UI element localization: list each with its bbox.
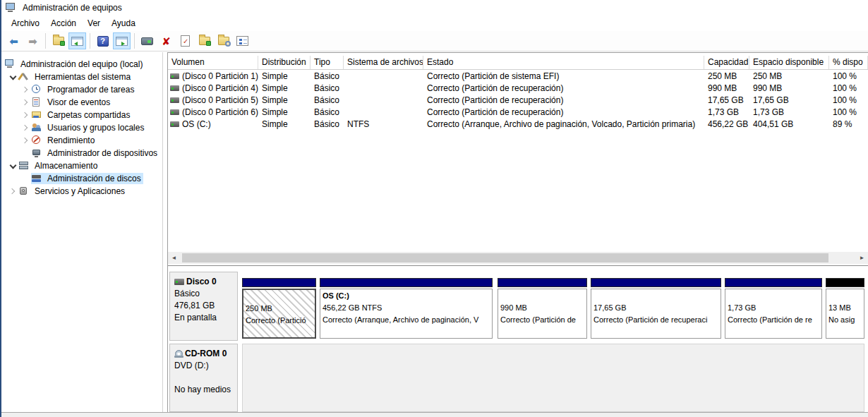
sidebar-item-label: Carpetas compartidas <box>45 109 132 121</box>
sidebar-item-performance[interactable]: Rendimiento <box>1 134 162 147</box>
volume-type: Básico <box>311 107 344 117</box>
scroll-right-arrow[interactable]: ► <box>856 252 868 264</box>
column-header-volumen[interactable]: Volumen <box>168 56 258 69</box>
volume-name: (Disco 0 Partición 5) <box>182 95 258 105</box>
menu-ayuda[interactable]: Ayuda <box>106 16 141 30</box>
menu-accion[interactable]: Acción <box>45 16 82 30</box>
chevron-right-icon[interactable] <box>20 122 31 133</box>
disk-size: 476,81 GB <box>174 300 234 312</box>
partition-color-bar <box>242 278 316 287</box>
chevron-right-icon[interactable] <box>7 186 18 197</box>
partition-os-c[interactable]: OS (C:) 456,22 GB NTFS Correcto (Arranqu… <box>320 278 493 340</box>
chevron-right-icon[interactable] <box>20 84 31 95</box>
partition-recovery-990mb[interactable]: 990 MB Correcto (Partición de <box>498 278 587 340</box>
table-row[interactable]: (Disco 0 Partición 1) Simple Básico Corr… <box>168 70 868 82</box>
table-row[interactable]: (Disco 0 Partición 4) Simple Básico Corr… <box>168 82 868 94</box>
volume-free-space: 17,65 GB <box>749 95 829 105</box>
partition-status: Correcto (Partició <box>246 315 313 327</box>
back-button[interactable]: ⬅ <box>5 32 23 49</box>
window-bottom-strip <box>1 412 868 417</box>
back-arrow-icon: ⬅ <box>9 36 18 47</box>
volume-icon <box>170 85 179 91</box>
up-one-level-button[interactable] <box>49 32 67 49</box>
column-header-espacio-disponible[interactable]: Espacio disponible <box>749 56 829 69</box>
sidebar-item-storage[interactable]: Almacenamiento <box>1 159 162 172</box>
chevron-right-icon[interactable] <box>20 109 31 121</box>
sidebar-item-disk-management[interactable]: Administración de discos <box>1 172 162 185</box>
disk-status: En pantalla <box>174 312 234 324</box>
table-row[interactable]: (Disco 0 Partición 6) Simple Básico Corr… <box>168 106 868 118</box>
volume-layout: Simple <box>258 71 311 81</box>
window-accent-border <box>0 0 1 417</box>
sidebar-item-device-manager[interactable]: Administrador de dispositivos <box>1 147 162 159</box>
sidebar-item-services-applications[interactable]: Servicios y Aplicaciones <box>1 185 162 198</box>
menu-archivo[interactable]: Archivo <box>6 16 45 30</box>
help-button[interactable]: ? <box>94 32 111 49</box>
partition-efi-250mb[interactable]: 250 MB Correcto (Partició <box>242 278 316 340</box>
volume-free-pct: 89 % <box>829 119 868 129</box>
sidebar-item-task-scheduler[interactable]: Programador de tareas <box>1 83 162 96</box>
partition-color-bar <box>826 278 864 287</box>
partition-size: 13 MB <box>828 302 862 314</box>
volume-layout: Simple <box>258 107 311 117</box>
table-row[interactable]: OS (C:) Simple Básico NTFS Correcto (Arr… <box>168 118 868 130</box>
partition-size: 1,73 GB <box>728 302 819 314</box>
menu-ver[interactable]: Ver <box>82 16 106 30</box>
volume-free-space: 1,73 GB <box>749 107 829 117</box>
verify-button[interactable] <box>176 32 194 49</box>
partition-title: OS (C:) <box>323 290 490 302</box>
sidebar-item-computer-management-root[interactable]: Administración del equipo (local) <box>1 58 162 71</box>
performance-icon <box>31 135 42 145</box>
delete-button[interactable]: ✘ <box>157 32 175 49</box>
partition-recovery-17gb[interactable]: 17,65 GB Correcto (Partición de recupera… <box>591 278 721 340</box>
horizontal-scrollbar[interactable]: ◄ ► <box>168 252 868 264</box>
sidebar-item-event-viewer[interactable]: Visor de eventos <box>1 96 162 109</box>
sidebar-item-shared-folders[interactable]: Carpetas compartidas <box>1 109 162 121</box>
toolbar-separator <box>134 33 135 49</box>
show-action-pane-button[interactable] <box>113 32 131 49</box>
search-button[interactable] <box>215 32 232 49</box>
chevron-right-icon[interactable] <box>20 135 31 146</box>
volume-capacity: 250 MB <box>704 71 749 81</box>
sidebar-item-local-users-groups[interactable]: Usuarios y grupos locales <box>1 121 162 134</box>
view-list-button[interactable] <box>234 32 251 49</box>
forward-button[interactable]: ➡ <box>24 32 42 49</box>
volume-free-space: 990 MB <box>749 83 829 93</box>
toolbar-separator <box>45 33 46 49</box>
volume-icon <box>170 97 179 103</box>
cdrom-0-label[interactable]: CD-ROM 0 DVD (D:) No hay medios <box>169 344 238 412</box>
storage-icon <box>18 161 30 171</box>
volume-type: Básico <box>311 83 344 93</box>
export-button[interactable] <box>195 32 213 49</box>
event-viewer-icon <box>31 97 42 107</box>
sidebar-item-system-tools[interactable]: Herramientas del sistema <box>1 71 162 83</box>
volume-name: (Disco 0 Partición 6) <box>182 107 258 117</box>
chevron-down-icon[interactable] <box>7 71 18 83</box>
column-header-tipo[interactable]: Tipo <box>311 56 344 69</box>
disk-0-label[interactable]: Disco 0 Básico 476,81 GB En pantalla <box>169 272 238 341</box>
check-document-icon <box>181 35 190 47</box>
chevron-down-icon[interactable] <box>7 160 18 171</box>
scrollbar-thumb[interactable] <box>182 253 828 262</box>
column-header-capacidad[interactable]: Capacidad <box>704 56 749 69</box>
cdrom-empty-region <box>242 344 864 412</box>
partition-size: 17,65 GB <box>593 302 718 314</box>
shared-folders-icon <box>31 110 42 120</box>
remote-console-button[interactable] <box>138 32 156 49</box>
expander-spacer <box>20 147 31 159</box>
scroll-left-arrow[interactable]: ◄ <box>168 252 180 264</box>
column-header-pct-disponible[interactable]: % dispo <box>829 56 868 69</box>
column-header-sistema-archivos[interactable]: Sistema de archivos <box>344 56 423 69</box>
show-console-tree-button[interactable] <box>68 32 86 49</box>
table-row[interactable]: (Disco 0 Partición 5) Simple Básico Corr… <box>168 94 868 106</box>
volume-status: Correcto (Partición de recuperación) <box>423 95 704 105</box>
column-header-estado[interactable]: Estado <box>423 56 704 69</box>
partition-unallocated-13mb[interactable]: 13 MB No asig <box>826 278 864 340</box>
column-header-distribucion[interactable]: Distribución <box>258 56 311 69</box>
sidebar-item-label: Administración del equipo (local) <box>18 59 145 70</box>
partition-recovery-1gb[interactable]: 1,73 GB Correcto (Partición de re <box>725 278 822 340</box>
partition-color-bar <box>498 278 587 287</box>
window-title: Administración de equipos <box>23 3 122 13</box>
partition-title <box>246 291 313 303</box>
chevron-right-icon[interactable] <box>20 97 31 108</box>
